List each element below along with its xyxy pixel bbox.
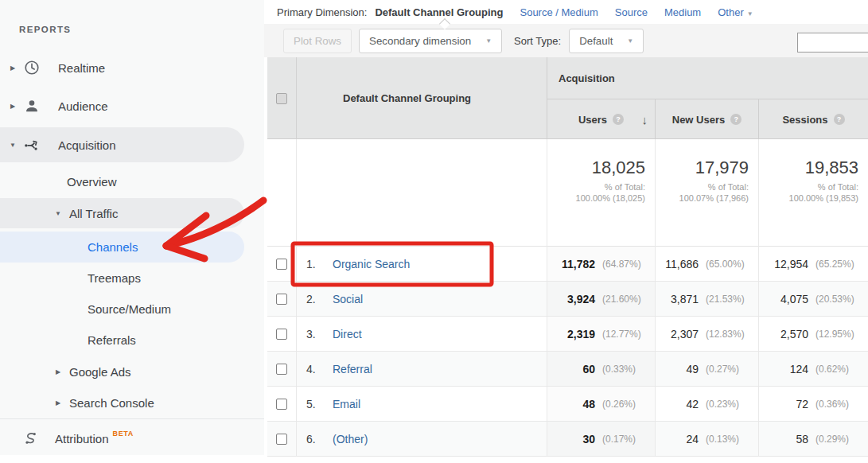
sessions-percent: (0.62%) — [815, 364, 860, 375]
sessions-value: 12,954 — [759, 258, 808, 270]
sessions-percent: (20.53%) — [815, 294, 860, 305]
beta-badge: BETA — [113, 430, 134, 438]
channel-link[interactable]: Social — [333, 293, 363, 305]
sidebar-item-search-console[interactable]: ▶ Search Console — [0, 388, 244, 418]
sessions-percent: (65.25%) — [815, 259, 860, 270]
channel-link[interactable]: Direct — [333, 328, 362, 340]
sessions-percent: (0.29%) — [815, 434, 860, 445]
sidebar-item-label: Realtime — [58, 61, 105, 75]
tab-other[interactable]: Other▼ — [718, 6, 753, 18]
sidebar-item-referrals[interactable]: Referrals — [0, 325, 244, 355]
sidebar-item-label: Audience — [58, 99, 108, 113]
sidebar-item-audience[interactable]: ▶ Audience — [0, 89, 244, 123]
row-rank: 6. — [306, 433, 333, 445]
new-users-percent: (0.27%) — [706, 364, 750, 375]
sidebar-item-treemaps[interactable]: Treemaps — [0, 264, 244, 292]
sidebar-item-all-traffic[interactable]: ▼ All Traffic — [0, 198, 244, 228]
new-users-column-header[interactable]: New Users ? — [655, 99, 758, 139]
users-percent: (12.77%) — [602, 329, 647, 340]
users-value: 60 — [547, 363, 595, 375]
users-percent: (0.17%) — [602, 434, 647, 445]
new-users-value: 2,307 — [656, 328, 699, 340]
expand-caret-icon[interactable]: ▶ — [7, 64, 18, 72]
sidebar-item-google-ads[interactable]: ▶ Google Ads — [0, 357, 244, 387]
row-checkbox[interactable] — [276, 259, 287, 270]
main-content: Primary Dimension: Default Channel Group… — [264, 0, 868, 463]
table-header: Default Channel Grouping Acquisition Use… — [267, 57, 868, 139]
sidebar-item-source-medium[interactable]: Source/Medium — [0, 294, 244, 323]
channel-link[interactable]: Referral — [333, 363, 372, 375]
sidebar-item-label: Overview — [67, 175, 117, 189]
sessions-value: 4,075 — [759, 293, 808, 305]
table-row: 5. Email 48(0.26%) 42(0.23%) 72(0.36%) — [267, 387, 868, 422]
secondary-dimension-button[interactable]: Secondary dimension ▼ — [359, 29, 502, 53]
row-rank: 1. — [306, 258, 333, 270]
acquisition-group-header: Acquisition — [547, 57, 868, 99]
sessions-value: 72 — [759, 398, 808, 410]
tab-default-channel-grouping[interactable]: Default Channel Grouping — [375, 6, 503, 18]
users-value: 48 — [547, 398, 595, 410]
collapse-caret-icon[interactable]: ▼ — [53, 210, 64, 217]
row-checkbox[interactable] — [276, 434, 287, 445]
sessions-value: 124 — [759, 363, 808, 375]
sessions-column-header[interactable]: Sessions ? — [758, 99, 868, 139]
expand-caret-icon[interactable]: ▶ — [53, 399, 64, 407]
plot-rows-button[interactable]: Plot Rows — [283, 29, 352, 53]
row-rank: 2. — [306, 293, 333, 305]
users-percent: (0.26%) — [602, 399, 647, 410]
help-icon[interactable]: ? — [613, 114, 624, 125]
sort-type-dropdown[interactable]: Default ▼ — [569, 29, 644, 53]
users-value: 2,319 — [547, 328, 595, 340]
users-value: 11,782 — [547, 258, 595, 270]
channels-table: Default Channel Grouping Acquisition Use… — [267, 57, 868, 457]
table-row: 1. Organic Search 11,782(64.87%) 11,686(… — [267, 247, 868, 282]
sidebar-item-label: Attribution — [55, 432, 109, 445]
select-all-checkbox[interactable] — [276, 93, 287, 104]
help-icon[interactable]: ? — [730, 114, 741, 125]
table-row: 2. Social 3,924(21.60%) 3,871(21.53%) 4,… — [267, 282, 868, 317]
chevron-down-icon: ▼ — [485, 37, 492, 45]
tab-source[interactable]: Source — [615, 6, 648, 18]
channel-link[interactable]: (Other) — [333, 433, 368, 445]
channel-link[interactable]: Email — [333, 398, 360, 410]
row-rank: 4. — [306, 363, 333, 375]
sidebar-item-label: Referrals — [88, 333, 136, 347]
table-search-input[interactable] — [797, 33, 868, 53]
new-users-percent: (21.53%) — [706, 294, 750, 305]
attribution-route-icon — [21, 429, 40, 448]
sidebar-item-overview[interactable]: Overview — [0, 168, 244, 196]
users-percent: (0.33%) — [602, 364, 647, 375]
expand-caret-icon[interactable]: ▶ — [7, 103, 18, 110]
sessions-percent: (12.95%) — [815, 329, 860, 340]
new-users-value: 11,686 — [656, 258, 699, 270]
sort-type-label: Sort Type: — [514, 35, 561, 47]
tab-medium[interactable]: Medium — [664, 6, 701, 18]
sidebar-item-acquisition[interactable]: ▼ Acquisition — [0, 127, 244, 162]
users-percent: (21.60%) — [602, 294, 647, 305]
table-row: 3. Direct 2,319(12.77%) 2,307(12.83%) 2,… — [267, 317, 868, 352]
collapse-caret-icon[interactable]: ▼ — [7, 142, 18, 149]
help-icon[interactable]: ? — [834, 114, 845, 125]
new-users-value: 42 — [656, 398, 699, 410]
sidebar-item-attribution[interactable]: Attribution BETA — [0, 422, 244, 454]
sessions-value: 2,570 — [759, 328, 808, 340]
users-total: 18,025 — [547, 158, 645, 178]
row-checkbox[interactable] — [276, 329, 287, 340]
expand-caret-icon[interactable]: ▶ — [53, 368, 64, 375]
new-users-percent: (0.13%) — [706, 434, 750, 445]
row-checkbox[interactable] — [276, 294, 287, 305]
primary-dimension-label: Primary Dimension: — [277, 6, 367, 18]
sidebar-item-realtime[interactable]: ▶ Realtime — [0, 51, 244, 84]
row-checkbox[interactable] — [276, 364, 287, 375]
dimension-column-header[interactable]: Default Channel Grouping — [296, 57, 547, 139]
sidebar-item-label: All Traffic — [69, 207, 118, 220]
primary-dimension-bar: Primary Dimension: Default Channel Group… — [264, 0, 868, 24]
users-percent: (64.87%) — [602, 259, 647, 270]
row-checkbox[interactable] — [276, 399, 287, 410]
tab-source-medium[interactable]: Source / Medium — [520, 6, 597, 18]
channel-link[interactable]: Organic Search — [333, 258, 410, 270]
sort-descending-icon: ↓ — [642, 113, 648, 126]
users-column-header[interactable]: Users ? ↓ — [547, 99, 655, 139]
acquisition-icon — [22, 135, 41, 154]
sidebar-item-channels[interactable]: Channels — [0, 231, 244, 263]
